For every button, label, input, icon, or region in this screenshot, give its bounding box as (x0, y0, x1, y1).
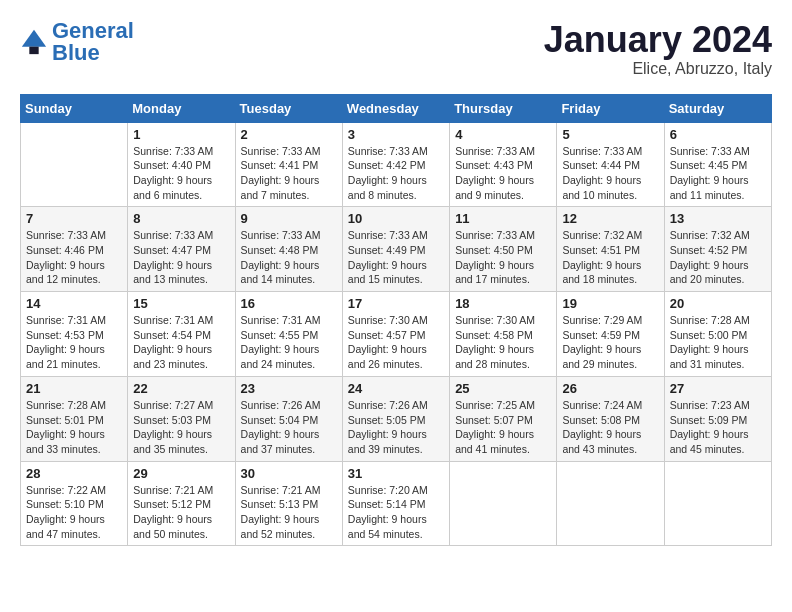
day-info: Sunrise: 7:33 AMSunset: 4:48 PMDaylight:… (241, 228, 337, 287)
day-number: 27 (670, 381, 766, 396)
day-number: 10 (348, 211, 444, 226)
calendar-cell: 3Sunrise: 7:33 AMSunset: 4:42 PMDaylight… (342, 122, 449, 207)
day-info: Sunrise: 7:21 AMSunset: 5:13 PMDaylight:… (241, 483, 337, 542)
day-number: 17 (348, 296, 444, 311)
day-info: Sunrise: 7:26 AMSunset: 5:04 PMDaylight:… (241, 398, 337, 457)
calendar-cell: 22Sunrise: 7:27 AMSunset: 5:03 PMDayligh… (128, 376, 235, 461)
calendar-cell: 13Sunrise: 7:32 AMSunset: 4:52 PMDayligh… (664, 207, 771, 292)
calendar-week-row: 1Sunrise: 7:33 AMSunset: 4:40 PMDaylight… (21, 122, 772, 207)
day-info: Sunrise: 7:33 AMSunset: 4:41 PMDaylight:… (241, 144, 337, 203)
day-info: Sunrise: 7:33 AMSunset: 4:47 PMDaylight:… (133, 228, 229, 287)
day-number: 13 (670, 211, 766, 226)
day-number: 14 (26, 296, 122, 311)
calendar-cell: 29Sunrise: 7:21 AMSunset: 5:12 PMDayligh… (128, 461, 235, 546)
weekday-header: Friday (557, 94, 664, 122)
logo-icon (20, 28, 48, 56)
calendar-cell: 10Sunrise: 7:33 AMSunset: 4:49 PMDayligh… (342, 207, 449, 292)
day-number: 22 (133, 381, 229, 396)
day-info: Sunrise: 7:26 AMSunset: 5:05 PMDaylight:… (348, 398, 444, 457)
day-number: 11 (455, 211, 551, 226)
day-number: 24 (348, 381, 444, 396)
day-info: Sunrise: 7:31 AMSunset: 4:53 PMDaylight:… (26, 313, 122, 372)
calendar-cell: 2Sunrise: 7:33 AMSunset: 4:41 PMDaylight… (235, 122, 342, 207)
calendar-cell (21, 122, 128, 207)
calendar-cell: 5Sunrise: 7:33 AMSunset: 4:44 PMDaylight… (557, 122, 664, 207)
day-number: 4 (455, 127, 551, 142)
day-number: 23 (241, 381, 337, 396)
day-info: Sunrise: 7:32 AMSunset: 4:51 PMDaylight:… (562, 228, 658, 287)
logo-text: GeneralBlue (52, 20, 134, 64)
calendar-cell: 7Sunrise: 7:33 AMSunset: 4:46 PMDaylight… (21, 207, 128, 292)
day-number: 15 (133, 296, 229, 311)
weekday-header: Sunday (21, 94, 128, 122)
day-number: 3 (348, 127, 444, 142)
day-info: Sunrise: 7:25 AMSunset: 5:07 PMDaylight:… (455, 398, 551, 457)
calendar-cell (664, 461, 771, 546)
month-title: January 2024 (544, 20, 772, 60)
day-info: Sunrise: 7:31 AMSunset: 4:55 PMDaylight:… (241, 313, 337, 372)
calendar-cell: 4Sunrise: 7:33 AMSunset: 4:43 PMDaylight… (450, 122, 557, 207)
day-number: 16 (241, 296, 337, 311)
weekday-header: Monday (128, 94, 235, 122)
day-number: 25 (455, 381, 551, 396)
day-info: Sunrise: 7:33 AMSunset: 4:42 PMDaylight:… (348, 144, 444, 203)
calendar-cell: 19Sunrise: 7:29 AMSunset: 4:59 PMDayligh… (557, 292, 664, 377)
day-info: Sunrise: 7:33 AMSunset: 4:40 PMDaylight:… (133, 144, 229, 203)
day-info: Sunrise: 7:20 AMSunset: 5:14 PMDaylight:… (348, 483, 444, 542)
day-info: Sunrise: 7:22 AMSunset: 5:10 PMDaylight:… (26, 483, 122, 542)
calendar-cell (557, 461, 664, 546)
day-info: Sunrise: 7:33 AMSunset: 4:44 PMDaylight:… (562, 144, 658, 203)
calendar-week-row: 21Sunrise: 7:28 AMSunset: 5:01 PMDayligh… (21, 376, 772, 461)
calendar-cell: 31Sunrise: 7:20 AMSunset: 5:14 PMDayligh… (342, 461, 449, 546)
day-info: Sunrise: 7:24 AMSunset: 5:08 PMDaylight:… (562, 398, 658, 457)
day-number: 28 (26, 466, 122, 481)
svg-marker-0 (22, 30, 46, 47)
calendar-cell: 23Sunrise: 7:26 AMSunset: 5:04 PMDayligh… (235, 376, 342, 461)
calendar-cell: 26Sunrise: 7:24 AMSunset: 5:08 PMDayligh… (557, 376, 664, 461)
day-number: 26 (562, 381, 658, 396)
calendar-week-row: 7Sunrise: 7:33 AMSunset: 4:46 PMDaylight… (21, 207, 772, 292)
day-info: Sunrise: 7:32 AMSunset: 4:52 PMDaylight:… (670, 228, 766, 287)
day-number: 29 (133, 466, 229, 481)
day-info: Sunrise: 7:33 AMSunset: 4:49 PMDaylight:… (348, 228, 444, 287)
calendar-cell: 18Sunrise: 7:30 AMSunset: 4:58 PMDayligh… (450, 292, 557, 377)
calendar-cell: 16Sunrise: 7:31 AMSunset: 4:55 PMDayligh… (235, 292, 342, 377)
weekday-header: Wednesday (342, 94, 449, 122)
calendar-week-row: 14Sunrise: 7:31 AMSunset: 4:53 PMDayligh… (21, 292, 772, 377)
weekday-header-row: SundayMondayTuesdayWednesdayThursdayFrid… (21, 94, 772, 122)
day-number: 6 (670, 127, 766, 142)
calendar-cell: 17Sunrise: 7:30 AMSunset: 4:57 PMDayligh… (342, 292, 449, 377)
day-info: Sunrise: 7:33 AMSunset: 4:46 PMDaylight:… (26, 228, 122, 287)
day-number: 2 (241, 127, 337, 142)
calendar-cell (450, 461, 557, 546)
day-info: Sunrise: 7:21 AMSunset: 5:12 PMDaylight:… (133, 483, 229, 542)
calendar-cell: 11Sunrise: 7:33 AMSunset: 4:50 PMDayligh… (450, 207, 557, 292)
day-number: 18 (455, 296, 551, 311)
day-info: Sunrise: 7:23 AMSunset: 5:09 PMDaylight:… (670, 398, 766, 457)
calendar-cell: 8Sunrise: 7:33 AMSunset: 4:47 PMDaylight… (128, 207, 235, 292)
calendar-cell: 24Sunrise: 7:26 AMSunset: 5:05 PMDayligh… (342, 376, 449, 461)
day-number: 1 (133, 127, 229, 142)
day-info: Sunrise: 7:33 AMSunset: 4:50 PMDaylight:… (455, 228, 551, 287)
title-block: January 2024 Elice, Abruzzo, Italy (544, 20, 772, 78)
day-info: Sunrise: 7:28 AMSunset: 5:00 PMDaylight:… (670, 313, 766, 372)
calendar-cell: 1Sunrise: 7:33 AMSunset: 4:40 PMDaylight… (128, 122, 235, 207)
calendar-table: SundayMondayTuesdayWednesdayThursdayFrid… (20, 94, 772, 547)
weekday-header: Thursday (450, 94, 557, 122)
day-info: Sunrise: 7:31 AMSunset: 4:54 PMDaylight:… (133, 313, 229, 372)
day-info: Sunrise: 7:29 AMSunset: 4:59 PMDaylight:… (562, 313, 658, 372)
calendar-cell: 21Sunrise: 7:28 AMSunset: 5:01 PMDayligh… (21, 376, 128, 461)
day-info: Sunrise: 7:33 AMSunset: 4:43 PMDaylight:… (455, 144, 551, 203)
calendar-cell: 6Sunrise: 7:33 AMSunset: 4:45 PMDaylight… (664, 122, 771, 207)
weekday-header: Tuesday (235, 94, 342, 122)
calendar-cell: 27Sunrise: 7:23 AMSunset: 5:09 PMDayligh… (664, 376, 771, 461)
calendar-cell: 20Sunrise: 7:28 AMSunset: 5:00 PMDayligh… (664, 292, 771, 377)
day-number: 31 (348, 466, 444, 481)
day-number: 19 (562, 296, 658, 311)
calendar-cell: 15Sunrise: 7:31 AMSunset: 4:54 PMDayligh… (128, 292, 235, 377)
weekday-header: Saturday (664, 94, 771, 122)
calendar-cell: 30Sunrise: 7:21 AMSunset: 5:13 PMDayligh… (235, 461, 342, 546)
day-info: Sunrise: 7:27 AMSunset: 5:03 PMDaylight:… (133, 398, 229, 457)
day-number: 30 (241, 466, 337, 481)
day-number: 8 (133, 211, 229, 226)
